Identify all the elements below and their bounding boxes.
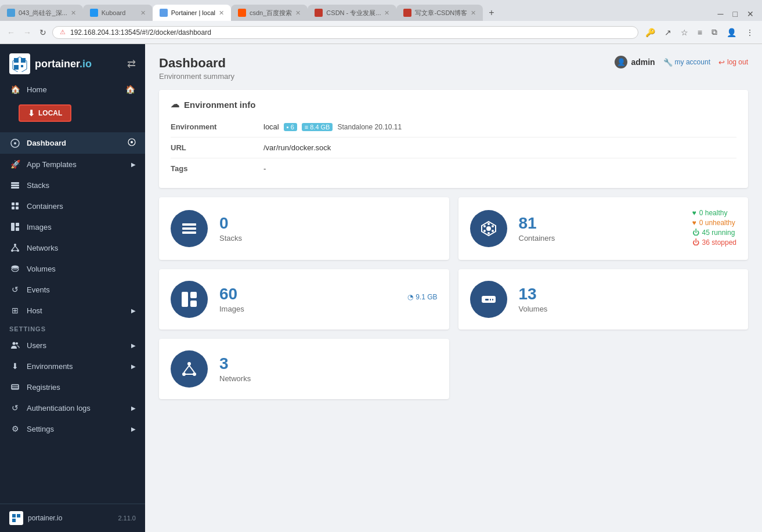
svg-rect-35 — [182, 227, 196, 230]
stacks-number: 0 — [219, 215, 438, 231]
sidebar-item-home-label: Home — [27, 85, 47, 94]
environments-icon: ⬇ — [9, 361, 21, 371]
sidebar-footer: portainer.io 2.11.0 — [0, 504, 145, 532]
volumes-number: 13 — [519, 286, 737, 302]
sidebar-item-settings[interactable]: ⚙ Settings ▶ — [0, 418, 145, 439]
images-label: Images — [219, 305, 396, 313]
images-info: 60 Images — [219, 286, 396, 313]
sidebar-item-networks[interactable]: Networks — [0, 237, 145, 258]
minimize-button[interactable]: ─ — [716, 7, 726, 21]
containers-icon-wrap — [470, 210, 507, 247]
key-icon[interactable]: 🔑 — [642, 25, 659, 39]
tab-6-close[interactable]: ✕ — [471, 9, 476, 17]
sidebar-item-events[interactable]: ↺ Events — [0, 279, 145, 300]
images-details: ◔ 9.1 GB — [407, 293, 437, 306]
sidebar-item-registries-label: Registries — [27, 383, 60, 392]
reading-mode-icon[interactable]: ≡ — [694, 25, 706, 39]
tab-1[interactable]: 043_尚硅谷_深... ✕ — [0, 5, 83, 21]
tab-4-close[interactable]: ✕ — [295, 9, 301, 17]
containers-card[interactable]: 81 Containers ♥ 0 healthy ♥ 0 unhealthy … — [458, 197, 749, 260]
healthy-heart-icon: ♥ — [692, 209, 696, 217]
sidebar-item-host[interactable]: ⊞ Host ▶ — [0, 300, 145, 321]
environment-info-title: ☁ Environment info — [171, 99, 736, 110]
sidebar-item-host-label: Host — [27, 306, 42, 315]
networks-card[interactable]: 3 Networks — [159, 339, 449, 399]
tab-2-close[interactable]: ✕ — [140, 9, 146, 17]
sidebar-item-app-templates[interactable]: 🚀 App Templates ▶ — [0, 154, 145, 175]
sidebar-item-auth-logs[interactable]: ↺ Authentication logs ▶ — [0, 397, 145, 418]
my-account-link[interactable]: 🔧 my account — [663, 58, 710, 67]
dashboard-right-icon — [128, 138, 136, 148]
bookmark-icon[interactable]: ☆ — [677, 25, 692, 39]
forward-button[interactable]: → — [21, 26, 34, 39]
mem-badge: ≡ 8.4 GB — [302, 123, 333, 131]
svg-line-22 — [12, 246, 15, 249]
images-size-row: ◔ 9.1 GB — [407, 293, 437, 301]
address-bar[interactable]: ⚠ 192.168.204.13:13545/#!/2/docker/dashb… — [52, 26, 638, 39]
svg-point-6 — [14, 142, 16, 144]
unhealthy-row: ♥ 0 unhealthy — [692, 219, 736, 227]
healthy-row: ♥ 0 healthy — [692, 209, 736, 217]
my-account-label[interactable]: my account — [675, 58, 710, 66]
svg-rect-14 — [12, 207, 15, 209]
env-label: Environment — [171, 117, 263, 137]
tab-5-close[interactable]: ✕ — [384, 9, 389, 17]
stacks-card[interactable]: 0 Stacks — [159, 197, 449, 260]
tab-4-favicon — [238, 9, 246, 17]
back-button[interactable]: ← — [5, 26, 17, 39]
sidebar-item-dashboard[interactable]: Dashboard — [0, 132, 145, 154]
cpu-badge: ▪ 6 — [284, 123, 297, 131]
reload-button[interactable]: ↻ — [37, 26, 49, 39]
stopped-icon: ⏻ — [692, 238, 699, 247]
stopped-row: ⏻ 36 stopped — [692, 238, 736, 247]
home-right-icon: 🏠 — [124, 85, 136, 94]
log-out-link[interactable]: ↩ log out — [718, 58, 748, 67]
sidebar-item-registries[interactable]: Registries — [0, 377, 145, 397]
profile-icon[interactable]: 👤 — [723, 25, 740, 39]
images-card[interactable]: 60 Images ◔ 9.1 GB — [159, 269, 449, 330]
sidebar-item-images[interactable]: Images — [0, 216, 145, 237]
svg-rect-44 — [182, 292, 188, 307]
log-out-label[interactable]: log out — [727, 58, 748, 66]
tab-2[interactable]: Kuboard ✕ — [83, 5, 153, 21]
sidebar-item-environments-label: Environments — [27, 362, 73, 371]
local-btn-wrap: ⬇ LOCAL — [0, 100, 145, 132]
share-icon[interactable]: ↗ — [661, 25, 675, 39]
sidebar-item-volumes[interactable]: Volumes — [0, 258, 145, 279]
sidebar-item-stacks[interactable]: Stacks — [0, 175, 145, 196]
nav-actions: 🔑 ↗ ☆ ≡ ⧉ 👤 ⋮ — [642, 25, 757, 39]
sidebar-item-containers[interactable]: Containers — [0, 196, 145, 216]
app-templates-arrow: ▶ — [131, 161, 136, 168]
networks-info: 3 Networks — [219, 356, 438, 383]
sidebar-item-settings-label: Settings — [27, 425, 54, 433]
volumes-card[interactable]: 13 Volumes — [458, 269, 749, 330]
networks-label: Networks — [219, 374, 438, 383]
local-button[interactable]: ⬇ LOCAL — [19, 104, 71, 122]
tab-3[interactable]: Portainer | local ✕ — [153, 5, 231, 21]
split-view-icon[interactable]: ⧉ — [708, 25, 721, 39]
nav-bar: ← → ↻ ⚠ 192.168.204.13:13545/#!/2/docker… — [0, 21, 762, 44]
maximize-button[interactable]: □ — [731, 7, 740, 21]
tab-1-close[interactable]: ✕ — [71, 9, 76, 17]
close-button[interactable]: ✕ — [745, 7, 756, 21]
page-title: Dashboard — [159, 56, 234, 71]
tab-5[interactable]: CSDN - 专业发展... ✕ — [308, 5, 396, 21]
svg-rect-46 — [190, 301, 197, 307]
tab-4[interactable]: csdn_百度搜索 ✕ — [231, 5, 308, 21]
sidebar-item-users[interactable]: Users ▶ — [0, 335, 145, 356]
new-tab-button[interactable]: + — [483, 5, 500, 21]
sidebar: portainer.io ⇄ 🏠 Home 🏠 ⬇ LOCAL — [0, 44, 145, 532]
menu-icon[interactable]: ⋮ — [742, 25, 757, 39]
footer-version: 2.11.0 — [118, 515, 136, 522]
tab-3-favicon — [160, 9, 168, 17]
svg-rect-45 — [190, 292, 197, 298]
sidebar-toggle-button[interactable]: ⇄ — [127, 57, 136, 70]
settings-arrow: ▶ — [131, 426, 136, 432]
sidebar-item-environments[interactable]: ⬇ Environments ▶ — [0, 356, 145, 377]
sidebar-logo: portainer.io ⇄ — [0, 44, 145, 79]
tab-6[interactable]: 写文章-CSDN博客 ✕ — [396, 5, 483, 21]
sidebar-item-home[interactable]: 🏠 Home 🏠 — [0, 79, 145, 100]
svg-rect-12 — [12, 202, 15, 205]
images-number: 60 — [219, 286, 396, 302]
tab-3-close[interactable]: ✕ — [219, 9, 224, 17]
